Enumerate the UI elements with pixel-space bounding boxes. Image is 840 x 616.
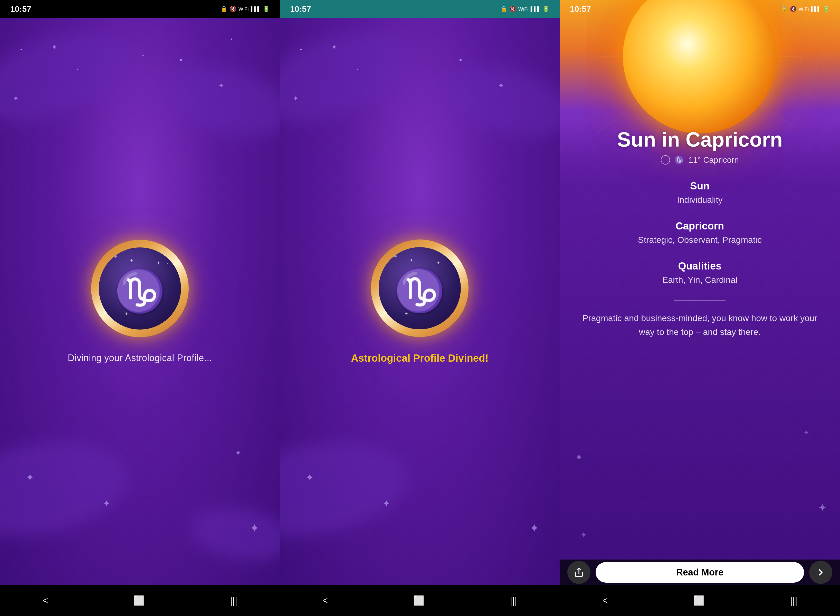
read-more-label: Read More (676, 567, 724, 578)
wifi-icon-3: WiFi (799, 6, 809, 12)
bottom-nav-2: < ⬜ ||| (280, 585, 560, 616)
zodiac-badge-1: ♑ ✦ ✦ ✦ (91, 240, 189, 337)
status-time-1: 10:57 (10, 4, 31, 14)
section-qualities-body: Earth, Yin, Cardinal (662, 275, 737, 285)
signal-icon-2: ▌▌▌ (531, 6, 540, 12)
home-button-1[interactable]: ⬜ (128, 590, 150, 611)
share-button[interactable] (567, 561, 590, 584)
badge-dot (114, 255, 117, 258)
lock-icon: 🔒 (220, 6, 228, 12)
status-time-3: 10:57 (570, 4, 591, 14)
status-bar-3: 10:57 🔒 🔇 WiFi ▌▌▌ 🔋 (560, 0, 840, 18)
badge-sparkle: ✦ (130, 258, 134, 263)
bottom-nav-3: < ⬜ ||| (560, 585, 840, 616)
zodiac-badge-2: ♑ ✦ ✦ ✦ (371, 239, 468, 337)
next-button[interactable] (809, 561, 832, 584)
menu-button-1[interactable]: ||| (225, 590, 242, 611)
center-content-1: ♑ ✦ ✦ ✦ Divining your Astrological Profi… (0, 18, 280, 585)
mute-icon-2: 🔇 (510, 6, 516, 12)
bottom-nav-1: < ⬜ ||| (0, 585, 280, 616)
menu-button-3[interactable]: ||| (785, 590, 803, 611)
wifi-icon-2: WiFi (518, 6, 529, 12)
home-button-3[interactable]: ⬜ (688, 590, 710, 611)
section-divider (674, 300, 725, 301)
description-text: Pragmatic and business-minded, you know … (560, 311, 840, 339)
badge-sparkle-2: ✦ (436, 260, 440, 265)
badge-sparkle-2: ✦ (410, 257, 413, 263)
subtitle-text: 11° Capricorn (689, 155, 739, 165)
badge-dot (167, 263, 168, 264)
section-capricorn: Capricorn Strategic, Observant, Pragmati… (623, 220, 777, 245)
status-time-2: 10:57 (290, 4, 311, 14)
status-bar-2: 10:57 🔒 🔇 WiFi ▌▌▌ 🔋 (280, 0, 560, 18)
badge-dot-2 (394, 255, 397, 257)
battery-icon: 🔋 (263, 6, 270, 12)
status-icons-1: 🔒 🔇 WiFi ▌▌▌ 🔋 (220, 6, 270, 12)
badge-sparkle: ✦ (157, 260, 160, 266)
section-qualities-title: Qualities (662, 260, 737, 272)
menu-button-2[interactable]: ||| (505, 590, 522, 611)
battery-icon-2: 🔋 (542, 6, 549, 12)
detail-subtitle: ♑ 11° Capricorn (661, 155, 739, 165)
screen-1-content: ✦ ✦ ✦ ✦ ✦ ✦ ✦ ✦ ♑ ✦ ✦ ✦ Divining your A (0, 18, 280, 585)
back-button-2[interactable]: < (317, 590, 333, 611)
section-capricorn-title: Capricorn (638, 220, 762, 232)
section-capricorn-body: Strategic, Observant, Pragmatic (638, 235, 762, 245)
home-button-2[interactable]: ⬜ (408, 590, 430, 611)
signal-icon-3: ▌▌▌ (811, 6, 821, 12)
detail-scroll-content[interactable]: Sun in Capricorn ♑ 11° Capricorn Sun Ind… (560, 18, 840, 560)
section-qualities: Qualities Earth, Yin, Cardinal (647, 260, 753, 285)
status-icons-3: 🔒 🔇 WiFi ▌▌▌ 🔋 (781, 6, 830, 12)
lock-icon-2: 🔒 (500, 6, 507, 12)
center-content-2: ♑ ✦ ✦ ✦ Astrological Profile Divined! (280, 18, 560, 585)
section-sun: Sun Individuality (662, 180, 738, 205)
status-bar-1: 10:57 🔒 🔇 WiFi ▌▌▌ 🔋 (0, 0, 280, 18)
signal-icon: ▌▌▌ (251, 6, 261, 12)
next-icon (816, 567, 826, 578)
action-bar: Read More (560, 560, 840, 585)
back-button-1[interactable]: < (37, 590, 53, 611)
section-sun-body: Individuality (677, 195, 723, 205)
capricorn-symbol-1: ♑ (114, 271, 166, 312)
section-sun-title: Sun (677, 180, 723, 192)
read-more-button[interactable]: Read More (596, 562, 804, 583)
success-text: Astrological Profile Divined! (351, 352, 489, 364)
loading-text: Divining your Astrological Profile... (68, 353, 212, 364)
lock-icon-3: 🔒 (781, 6, 788, 12)
zodiac-badge-inner-2: ♑ ✦ ✦ ✦ (379, 247, 461, 329)
screen-2-content: ✦ ✦ ✦ ✦ ✦ ✦ ♑ ✦ ✦ ✦ Astrological Profile… (280, 18, 560, 585)
screen-1: 10:57 🔒 🔇 WiFi ▌▌▌ 🔋 ✦ ✦ ✦ ✦ ✦ ✦ ✦ (0, 0, 280, 616)
zodiac-badge-inner-1: ♑ ✦ ✦ ✦ (99, 248, 181, 330)
battery-icon-3: 🔋 (823, 6, 830, 12)
screen-3: 10:57 🔒 🔇 WiFi ▌▌▌ 🔋 ✦ ✦ ✦ ✦ Sun in Capr… (560, 0, 840, 616)
screen-2: 10:57 🔒 🔇 WiFi ▌▌▌ 🔋 ✦ ✦ ✦ ✦ ✦ ✦ (280, 0, 560, 616)
capricorn-glyph: ♑ (674, 155, 684, 165)
detail-title: Sun in Capricorn (607, 128, 793, 151)
wifi-icon: WiFi (238, 6, 249, 12)
status-icons-2: 🔒 🔇 WiFi ▌▌▌ 🔋 (500, 6, 549, 12)
mute-icon: 🔇 (229, 6, 236, 12)
back-button-3[interactable]: < (597, 590, 613, 611)
capricorn-symbol-2: ♑ (394, 270, 445, 311)
mute-icon-3: 🔇 (790, 6, 797, 12)
share-icon (574, 567, 584, 578)
sun-icon-small (661, 155, 670, 164)
